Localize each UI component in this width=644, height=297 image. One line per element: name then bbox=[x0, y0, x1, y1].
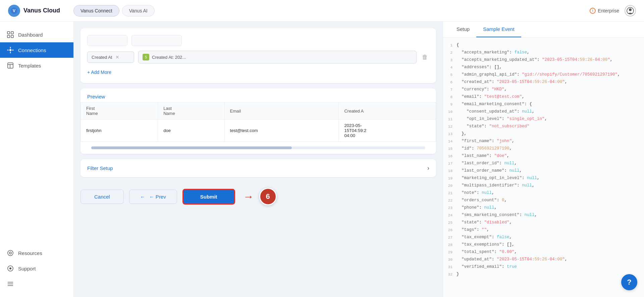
help-button[interactable]: ? bbox=[621, 274, 637, 290]
tab-vanus-ai[interactable]: Vanus AI bbox=[122, 5, 155, 16]
left-panel: Created At ✕ S Created At: 202... 🗑 + Ad… bbox=[74, 22, 443, 297]
preview-table: FirstName LastName Email Created A first… bbox=[80, 102, 436, 142]
field-row-partial bbox=[87, 35, 429, 46]
sidebar-item-connections[interactable]: Connections bbox=[0, 42, 73, 58]
code-area[interactable]: 1{2 "accepts_marketing": false,3 "accept… bbox=[443, 38, 644, 297]
cell-last-name: doe bbox=[158, 120, 224, 142]
main-layout: Dashboard Connections Templates Resource… bbox=[0, 22, 644, 297]
field-value-created-at[interactable]: S Created At: 202... bbox=[138, 51, 417, 63]
code-line: 21 "note": null, bbox=[443, 189, 644, 197]
svg-point-17 bbox=[9, 252, 11, 254]
cell-created-at: 2023-05-15T04:59:204:00 bbox=[339, 120, 436, 142]
field-clear-btn[interactable]: ✕ bbox=[115, 54, 119, 60]
tab-vanus-connect[interactable]: Vanus Connect bbox=[73, 5, 119, 16]
dashboard-icon bbox=[7, 31, 14, 38]
code-line: 28 "tax_exemptions": [], bbox=[443, 241, 644, 249]
code-line: 16 "last_name": "doe", bbox=[443, 153, 644, 160]
sidebar-item-dashboard[interactable]: Dashboard bbox=[0, 27, 73, 42]
field-tag-partial bbox=[87, 35, 127, 46]
delete-row-btn[interactable]: 🗑 bbox=[421, 52, 429, 62]
code-line: 32} bbox=[443, 271, 644, 278]
code-line: 20 "multipass_identifier": null, bbox=[443, 182, 644, 189]
code-line: 12 "state": "not_subscribed" bbox=[443, 123, 644, 130]
code-line: 29 "total_spent": "0.00", bbox=[443, 249, 644, 256]
code-line: 14 "first_name": "john", bbox=[443, 138, 644, 145]
cell-email: test@test.com bbox=[224, 120, 339, 142]
svg-point-12 bbox=[13, 50, 14, 51]
table-scrollbar-thumb bbox=[91, 146, 292, 149]
code-line: 15 "id": 7056921297190, bbox=[443, 145, 644, 153]
col-created-at: Created A bbox=[339, 102, 436, 120]
user-avatar[interactable] bbox=[625, 5, 636, 16]
table-scrollbar[interactable] bbox=[91, 146, 425, 149]
support-icon bbox=[7, 265, 14, 272]
sidebar: Dashboard Connections Templates Resource… bbox=[0, 22, 74, 297]
code-line: 17 "last_order_id": null, bbox=[443, 160, 644, 167]
filter-setup-section: Filter Setup › bbox=[80, 159, 436, 177]
prev-button[interactable]: ← ← Prev bbox=[129, 189, 177, 204]
preview-section: Preview FirstName LastName Email Created… bbox=[80, 88, 436, 154]
svg-rect-4 bbox=[7, 32, 10, 34]
svg-rect-6 bbox=[7, 35, 10, 38]
code-line: 10 "consent_updated_at": null, bbox=[443, 108, 644, 116]
code-line: 11 "opt_in_level": "single_opt_in", bbox=[443, 116, 644, 123]
shopify-icon: S bbox=[143, 54, 149, 60]
col-last-name: LastName bbox=[158, 102, 224, 120]
svg-rect-7 bbox=[11, 35, 13, 38]
code-line: 9 "email_marketing_consent": { bbox=[443, 101, 644, 108]
code-line: 18 "last_order_name": null, bbox=[443, 167, 644, 175]
code-line: 23 "phone": null, bbox=[443, 204, 644, 212]
cell-first-name: firstjohn bbox=[81, 120, 158, 142]
templates-icon bbox=[7, 62, 14, 69]
svg-rect-13 bbox=[8, 63, 13, 68]
code-line: 19 "marketing_opt_in_level": null, bbox=[443, 175, 644, 182]
filter-setup-row[interactable]: Filter Setup › bbox=[80, 159, 436, 177]
menu-icon bbox=[7, 280, 14, 288]
code-line: 2 "accepts_marketing": false, bbox=[443, 49, 644, 56]
svg-point-19 bbox=[9, 267, 11, 269]
nav-right: i Enterprise bbox=[590, 5, 636, 16]
table-scroll-container[interactable]: FirstName LastName Email Created A first… bbox=[80, 102, 436, 142]
sidebar-item-support[interactable]: Support bbox=[0, 261, 73, 276]
tab-setup[interactable]: Setup bbox=[450, 22, 476, 37]
svg-rect-5 bbox=[11, 32, 13, 34]
field-row-created-at: Created At ✕ S Created At: 202... 🗑 bbox=[87, 51, 429, 63]
code-line: 3 "accepts_marketing_updated_at": "2023-… bbox=[443, 56, 644, 64]
field-tag-created-at[interactable]: Created At ✕ bbox=[87, 51, 134, 63]
add-more-button[interactable]: + Add More bbox=[87, 68, 429, 76]
svg-point-3 bbox=[629, 8, 632, 11]
code-line: 4 "addresses": [], bbox=[443, 64, 644, 71]
sidebar-item-resources[interactable]: Resources bbox=[0, 245, 73, 261]
preview-label: Preview bbox=[80, 88, 436, 102]
sidebar-bottom: Resources Support bbox=[0, 245, 73, 292]
svg-text:V: V bbox=[13, 8, 15, 13]
col-email: Email bbox=[224, 102, 339, 120]
code-line: 26 "tags": "", bbox=[443, 226, 644, 234]
col-first-name: FirstName bbox=[81, 102, 158, 120]
code-line: 30 "updated_at": "2023-05-15T04:59:26-04… bbox=[443, 256, 644, 263]
tab-sample-event[interactable]: Sample Event bbox=[476, 22, 521, 37]
svg-point-8 bbox=[9, 49, 11, 51]
filter-setup-label: Filter Setup bbox=[87, 165, 113, 171]
right-panel-tabs: Setup Sample Event bbox=[443, 22, 644, 38]
logo-icon: V bbox=[8, 5, 20, 17]
filter-setup-chevron: › bbox=[427, 165, 429, 172]
code-line: 27 "tax_exempt": false, bbox=[443, 234, 644, 241]
connections-icon bbox=[7, 46, 14, 54]
step-indicator: 6 bbox=[259, 188, 277, 205]
sidebar-item-templates[interactable]: Templates bbox=[0, 58, 73, 73]
enterprise-label: i Enterprise bbox=[590, 8, 619, 14]
code-line: 31 "verified_email": true bbox=[443, 263, 644, 271]
code-line: 22 "orders_count": 0, bbox=[443, 197, 644, 204]
code-line: 8 "email": "test@test.com", bbox=[443, 93, 644, 101]
cancel-button[interactable]: Cancel bbox=[80, 189, 124, 204]
enterprise-icon: i bbox=[590, 8, 596, 14]
submit-button[interactable]: Submit bbox=[182, 189, 235, 205]
table-row: firstjohn doe test@test.com 2023-05-15T0… bbox=[81, 120, 436, 142]
code-line: 7 "currency": "HKD", bbox=[443, 86, 644, 93]
code-line: 6 "created_at": "2023-05-15T04:59:26-04:… bbox=[443, 79, 644, 86]
code-line: 5 "admin_graphql_api_id": "gid://shopify… bbox=[443, 71, 644, 79]
sidebar-item-menu[interactable] bbox=[0, 276, 73, 292]
right-panel: Setup Sample Event 1{2 "accepts_marketin… bbox=[443, 22, 644, 297]
code-line: 25 "state": "disabled", bbox=[443, 219, 644, 226]
